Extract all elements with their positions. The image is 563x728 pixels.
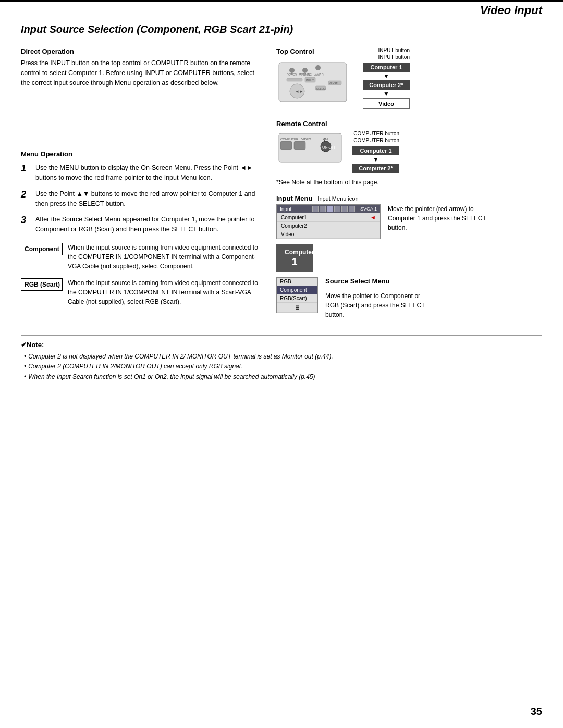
top-control-flow: INPUT button INPUT button Computer 1 ▼ C… bbox=[363, 47, 410, 109]
component-boxes: Component When the input source is comin… bbox=[21, 243, 261, 306]
im-row-video: Video bbox=[277, 230, 380, 239]
input-menu-icon-label: Input Menu icon bbox=[317, 195, 358, 202]
computer-button-label1: COMPUTER button bbox=[352, 131, 399, 137]
svg-text:◄►: ◄► bbox=[295, 89, 303, 94]
rgb-scart-text: When the input source is coming from vid… bbox=[68, 278, 261, 306]
step-2-text: Use the Point ▲▼ buttons to move the red… bbox=[35, 189, 261, 209]
source-select-label-area: Source Select Menu Move the pointer to C… bbox=[325, 277, 430, 319]
note-item-2: Computer 2 (COMPUTER IN 2/MONITOR OUT) c… bbox=[21, 362, 542, 372]
note-item-1: Computer 2 is not displayed when the COM… bbox=[21, 352, 542, 362]
header-bar: Video Input bbox=[0, 0, 563, 18]
remote-computer1-box: Computer 1 bbox=[352, 146, 399, 155]
arrow-1: ▼ bbox=[363, 72, 410, 80]
ssm-row-rgbscart: RGB(Scart) bbox=[277, 294, 317, 303]
input-menu-content: Input SVGA 1 C bbox=[276, 204, 542, 239]
ssm-icon: 🖥 bbox=[294, 304, 300, 311]
im-icon-5 bbox=[341, 206, 348, 212]
computer1-line1: Computer bbox=[285, 249, 304, 256]
top-control-content: Top Control POWER WARNING L bbox=[276, 47, 542, 109]
svg-point-1 bbox=[289, 68, 295, 73]
computer1-selected-box: Computer 1 bbox=[276, 244, 542, 272]
im-row-computer2-label: Computer2 bbox=[281, 223, 307, 229]
computer1-display-box: Computer 1 bbox=[276, 244, 313, 272]
im-icon-3 bbox=[327, 206, 333, 212]
svg-point-3 bbox=[315, 65, 321, 70]
source-select-content: RGB Component RGB(Scart) 🖥 Source Select… bbox=[276, 277, 542, 319]
im-header-text: Input bbox=[280, 206, 291, 212]
ssm-row-icon: 🖥 bbox=[277, 303, 317, 313]
see-note: *See Note at the bottom of this page. bbox=[276, 179, 542, 186]
svga-label: SVGA 1 bbox=[360, 206, 377, 212]
im-row-computer2: Computer2 bbox=[277, 222, 380, 230]
im-row-video-label: Video bbox=[281, 231, 294, 237]
source-select-area: RGB Component RGB(Scart) 🖥 Source Select… bbox=[276, 277, 542, 319]
svg-text:LAMP R.: LAMP R. bbox=[314, 73, 324, 76]
note-items-list: Computer 2 is not displayed when the COM… bbox=[21, 352, 542, 382]
top-control-left: Top Control POWER WARNING L bbox=[276, 47, 354, 106]
remote-control-diagram: COMPUTER VIDEO ⏻-I ON-OFF bbox=[276, 131, 344, 165]
svg-text:VIDEO: VIDEO bbox=[301, 138, 311, 141]
input-menu-area: Input Menu Input Menu icon Input bbox=[276, 194, 542, 239]
page-number: 35 bbox=[531, 706, 542, 718]
direct-operation-text: Press the INPUT button on the top contro… bbox=[21, 58, 261, 88]
component-text: When the input source is coming from vid… bbox=[68, 243, 261, 271]
top-control-diagram: POWER WARNING LAMP R. INPUT ◄► bbox=[276, 57, 354, 104]
left-column: Direct Operation Press the INPUT button … bbox=[21, 47, 261, 319]
top-control-area: Top Control POWER WARNING L bbox=[276, 47, 542, 109]
im-header: Input SVGA 1 bbox=[277, 205, 380, 213]
remote-control-flow: COMPUTER button COMPUTER button Computer… bbox=[352, 131, 399, 174]
svg-text:⏻-I: ⏻-I bbox=[323, 138, 328, 141]
note-item-3: When the Input Search function is set On… bbox=[21, 372, 542, 382]
input-menu-heading: Input Menu bbox=[276, 194, 312, 202]
note-check-mark: ✔Note: bbox=[21, 341, 44, 349]
right-column: Top Control POWER WARNING L bbox=[276, 47, 542, 319]
arrow-2: ▼ bbox=[363, 90, 410, 97]
svg-text:POWER: POWER bbox=[287, 73, 297, 76]
step-1-text: Use the MENU button to display the On-Sc… bbox=[35, 163, 261, 183]
page-title: Video Input bbox=[480, 4, 542, 17]
svg-text:SELECT: SELECT bbox=[316, 87, 326, 90]
im-icon-2 bbox=[320, 206, 326, 212]
menu-operation-heading: Menu Operation bbox=[21, 150, 261, 158]
im-row-computer1: Computer1 ◄ bbox=[277, 213, 380, 222]
video-input-box: Video bbox=[363, 98, 410, 109]
rgb-scart-label: RGB (Scart) bbox=[21, 278, 63, 291]
computer1-line2: 1 bbox=[285, 256, 304, 268]
input-button-label1: INPUT button bbox=[363, 47, 410, 53]
svg-text:COMPUTER: COMPUTER bbox=[280, 138, 299, 141]
top-control-heading: Top Control bbox=[276, 47, 354, 55]
remote-control-heading: Remote Control bbox=[276, 120, 542, 128]
step-num-1: 1 bbox=[21, 163, 31, 183]
step-1: 1 Use the MENU button to display the On-… bbox=[21, 163, 261, 183]
remote-arrow: ▼ bbox=[352, 156, 399, 163]
computer1-input-box: Computer 1 bbox=[363, 63, 410, 72]
remote-control-area: Remote Control COMPUTER VIDEO ⏻-I ON-OFF bbox=[276, 120, 542, 174]
ssm-box: RGB Component RGB(Scart) 🖥 bbox=[276, 277, 318, 313]
rgb-scart-box: RGB (Scart) When the input source is com… bbox=[21, 278, 261, 306]
step-3: 3 After the Source Select Menu appeared … bbox=[21, 215, 261, 235]
component-box: Component When the input source is comin… bbox=[21, 243, 261, 271]
input-menu-heading-row: Input Menu Input Menu icon bbox=[276, 194, 542, 202]
svg-rect-21 bbox=[294, 141, 305, 150]
direct-operation-section: Direct Operation Press the INPUT button … bbox=[21, 47, 261, 88]
note-heading: ✔Note: bbox=[21, 341, 542, 349]
im-row-computer1-label: Computer1 bbox=[281, 215, 307, 220]
im-arrow-indicator: ◄ bbox=[370, 214, 376, 220]
step-num-3: 3 bbox=[21, 215, 31, 235]
step-3-text: After the Source Select Menu appeared fo… bbox=[35, 215, 261, 235]
im-icon-4 bbox=[334, 206, 340, 212]
ssm-row-component: Component bbox=[277, 286, 317, 294]
step-num-2: 2 bbox=[21, 189, 31, 209]
remote-computer2-box: Computer 2* bbox=[352, 164, 399, 173]
im-icon-1 bbox=[312, 206, 319, 212]
steps-list: 1 Use the MENU button to display the On-… bbox=[21, 163, 261, 235]
ssm-row-rgb: RGB bbox=[277, 278, 317, 286]
source-select-heading: Source Select Menu bbox=[325, 277, 430, 285]
two-col-layout: Direct Operation Press the INPUT button … bbox=[21, 47, 542, 319]
menu-operation-section: Menu Operation 1 Use the MENU button to … bbox=[21, 150, 261, 235]
svg-rect-7 bbox=[287, 78, 302, 81]
main-title: Input Source Selection (Component, RGB S… bbox=[21, 23, 542, 39]
note-section: ✔Note: Computer 2 is not displayed when … bbox=[21, 335, 542, 382]
input-button-label2: INPUT button bbox=[363, 54, 410, 60]
computer-button-label2: COMPUTER button bbox=[352, 138, 399, 143]
